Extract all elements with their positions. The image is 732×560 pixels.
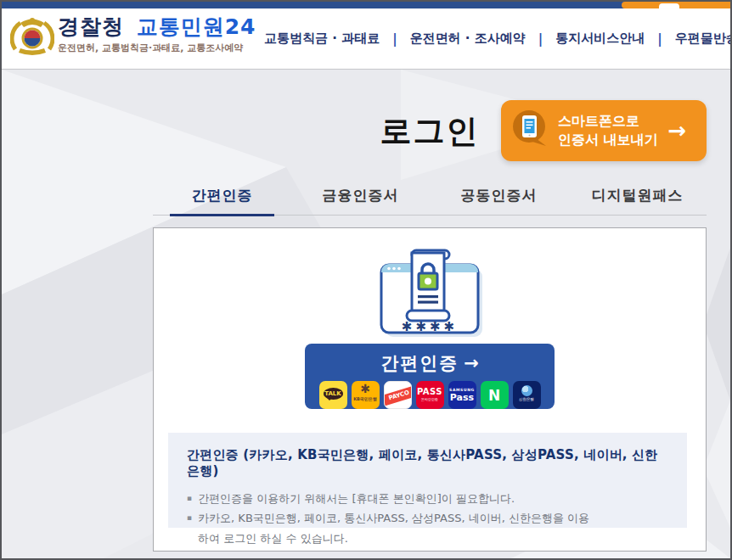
password-stars: ✱✱✱✱ xyxy=(402,319,458,334)
info-bullet-list: ▪ 간편인증을 이용하기 위해서는 [휴대폰 본인확인]이 필요합니다. ▪ 카… xyxy=(187,489,668,548)
export-certificate-button[interactable]: 스마트폰으로 인증서 내보내기 → xyxy=(501,100,707,161)
tab-digital-onepass[interactable]: 디지털원패스 xyxy=(568,176,707,215)
arrow-right-icon: → xyxy=(464,353,479,373)
tab-simple-auth[interactable]: 간편인증 xyxy=(153,176,291,215)
samsung-pass-icon: SAMSUNG Pass xyxy=(448,381,476,409)
top-accent-bar-orange xyxy=(622,2,730,8)
main-navigation: 교통범칙금 · 과태료 | 운전면허 · 조사예약 | 통지서비스안내 | 우편… xyxy=(251,8,730,69)
payco-icon: PAYCO xyxy=(384,381,412,409)
simple-auth-button[interactable]: 간편인증→ TALK ✱ KB국민은행 PAYCO PASS 온라인인증 xyxy=(305,344,555,409)
smartphone-bubble-icon xyxy=(512,109,549,152)
bullet-marker: ▪ xyxy=(187,508,192,548)
naver-icon: N xyxy=(481,381,509,409)
nav-item-traffic-fines[interactable]: 교통범칙금 · 과태료 xyxy=(251,31,392,47)
top-accent-bar xyxy=(2,2,730,8)
tab-joint-cert[interactable]: 공동인증서 xyxy=(430,176,568,215)
login-method-tabs: 간편인증 금융인증서 공동인증서 디지털원패스 xyxy=(153,176,707,216)
auth-provider-icons: TALK ✱ KB국민은행 PAYCO PASS 온라인인증 SAMSUNG P… xyxy=(305,381,555,409)
police-emblem-icon xyxy=(10,15,54,61)
kb-bank-icon: ✱ KB국민은행 xyxy=(352,381,380,409)
bullet-marker: ▪ xyxy=(187,489,192,508)
nav-item-mail-return[interactable]: 우편물반송조회 xyxy=(662,31,730,47)
logo-title: 경찰청 교통민원24 xyxy=(58,14,256,39)
simple-auth-panel: ✱✱✱✱ 간편인증→ TALK ✱ KB국민은행 PAYCO PASS xyxy=(153,227,707,552)
pass-icon: PASS 온라인인증 xyxy=(416,381,444,409)
site-logo[interactable]: 경찰청 교통민원24 운전면허, 교통범칙금·과태료, 교통조사예약 xyxy=(10,15,256,61)
kakaotalk-icon: TALK xyxy=(319,381,347,409)
logo-service-name: 교통민원24 xyxy=(137,14,256,39)
logo-subtitle: 운전면허, 교통범칙금·과태료, 교통조사예약 xyxy=(58,42,256,54)
site-header: 경찰청 교통민원24 운전면허, 교통범칙금·과태료, 교통조사예약 교통범칙금… xyxy=(2,8,730,70)
certificate-password-icon: ✱✱✱✱ xyxy=(154,247,706,342)
info-bullet: ▪ 간편인증을 이용하기 위해서는 [휴대폰 본인확인]이 필요합니다. xyxy=(187,489,668,508)
login-header-row: 로그인 스마트폰으로 인증서 내보내기 → xyxy=(153,100,707,161)
shinhan-bank-icon: 신한은행 xyxy=(513,381,541,409)
arrow-right-icon: → xyxy=(668,118,687,143)
info-bullet: ▪ 카카오, KB국민은행, 페이코, 통신사PASS, 삼성PASS, 네이버… xyxy=(187,508,668,548)
nav-item-drivers-license[interactable]: 운전면허 · 조사예약 xyxy=(397,31,538,47)
simple-auth-button-label: 간편인증→ xyxy=(305,351,555,375)
main-content-area: 로그인 스마트폰으로 인증서 내보내기 → xyxy=(2,70,730,558)
info-title: 간편인증 (카카오, KB국민은행, 페이코, 통신사PASS, 삼성PASS,… xyxy=(187,447,668,479)
logo-agency-name: 경찰청 xyxy=(58,14,124,39)
export-button-label: 스마트폰으로 인증서 내보내기 xyxy=(558,112,658,148)
simple-auth-info-box: 간편인증 (카카오, KB국민은행, 페이코, 통신사PASS, 삼성PASS,… xyxy=(168,433,687,528)
nav-item-notice-service[interactable]: 통지서비스안내 xyxy=(543,31,657,47)
tab-financial-cert[interactable]: 금융인증서 xyxy=(291,176,430,215)
